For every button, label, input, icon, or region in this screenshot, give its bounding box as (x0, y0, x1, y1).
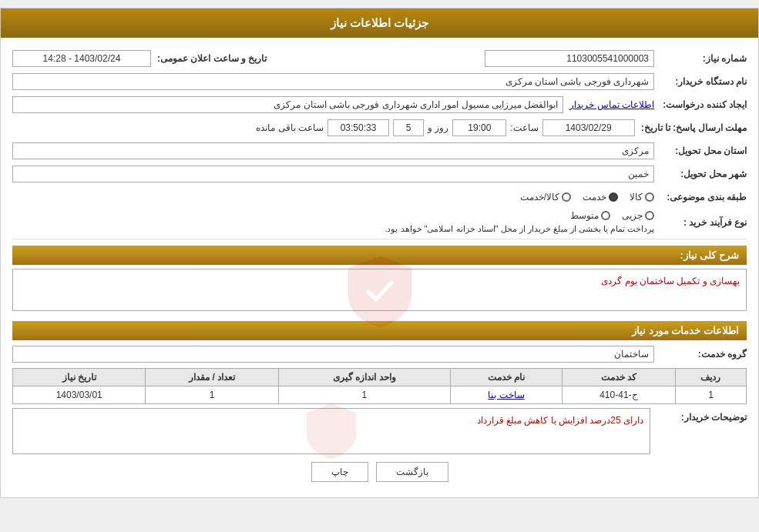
city-row: شهر محل تحویل: خمین (12, 164, 747, 184)
service-group-value: ساختمان (12, 346, 654, 363)
response-days-label: روز و (428, 122, 448, 133)
service-group-row: گروه خدمت: ساختمان (12, 344, 747, 364)
creator-value: ابوالفضل میرزایی مسیول امور اداری شهردار… (12, 96, 563, 113)
contact-link[interactable]: اطلاعات تماس خریدار (569, 99, 654, 110)
response-time: 19:00 (452, 119, 506, 136)
buyer-notes-label: توضیحات خریدار: (654, 408, 747, 423)
city-value: خمین (12, 166, 654, 182)
main-content: شماره نیاز: 1103005541000003 تاریخ و ساع… (1, 38, 758, 497)
creator-label: ایجاد کننده درخواست: (654, 99, 747, 110)
creator-row: ایجاد کننده درخواست: اطلاعات تماس خریدار… (12, 95, 747, 115)
category-option-kala-khedmat[interactable]: کالا/خدمت (520, 192, 571, 202)
page-wrapper: جزئیات اطلاعات نیاز شماره نیاز: 11030055… (0, 8, 759, 498)
divider-1 (12, 239, 747, 239)
general-desc-block: بهسازی و تکمیل ساختمان بوم گردی (12, 269, 747, 315)
purchase-option-motavassed[interactable]: متوسط (570, 210, 610, 221)
category-label: طبقه بندی موضوعی: (654, 192, 747, 202)
radio-kala-khedmat (562, 192, 571, 202)
response-time-label: ساعت: (510, 122, 538, 133)
category-options: کالا خدمت کالا/خدمت (520, 192, 654, 202)
cell-row-0: 1 (675, 386, 746, 404)
radio-khedmat (609, 192, 618, 202)
purchase-type-row: نوع فرآیند خرید : جزیی متوسط پرداخت تمام… (12, 210, 747, 234)
response-deadline-label: مهلت ارسال پاسخ: تا تاریخ: (635, 122, 747, 133)
col-header-date: تاریخ نیاز (13, 369, 146, 386)
need-number-value: 1103005541000003 (485, 50, 654, 67)
buyer-org-label: نام دستگاه خریدار: (654, 76, 747, 87)
purchase-note: پرداخت تمام یا بخشی از مبلغ خریدار از مح… (12, 224, 654, 234)
col-header-name: نام خدمت (451, 369, 563, 386)
response-days: 5 (393, 119, 424, 136)
announcement-value: 1403/02/24 - 14:28 (12, 50, 151, 67)
response-remaining: 03:50:33 (327, 119, 389, 136)
category-row: طبقه بندی موضوعی: کالا خدمت کالا/خدمت (12, 187, 747, 207)
col-header-unit: واحد اندازه گیری (278, 369, 450, 386)
response-remaining-label: ساعت باقی مانده (256, 122, 324, 133)
print-button[interactable]: چاپ (311, 462, 368, 482)
buyer-org-value: شهرداری فورجی باشی استان مرکزی (12, 73, 654, 90)
general-desc-label: شرح کلی نیاز: (680, 249, 739, 261)
cell-date-0: 1403/03/01 (13, 386, 146, 404)
radio-motavassed (601, 211, 610, 220)
response-date: 1403/02/29 (542, 119, 635, 136)
services-table: ردیف کد خدمت نام خدمت واحد اندازه گیری ت… (12, 368, 747, 404)
radio-jozii (645, 211, 654, 220)
cell-code-0: ج-41-410 (562, 386, 675, 404)
city-label: شهر محل تحویل: (654, 169, 747, 179)
services-title: اطلاعات خدمات مورد نیاز (632, 325, 739, 336)
cell-quantity-0: 1 (146, 386, 278, 404)
province-label: استان محل تحویل: (654, 146, 747, 156)
purchase-option-jozii[interactable]: جزیی (622, 210, 654, 221)
need-number-label: شماره نیاز: (654, 53, 747, 64)
watermark-logo-2 (301, 400, 362, 462)
service-group-label: گروه خدمت: (654, 349, 747, 360)
watermark-logo (341, 253, 418, 330)
announcement-label: تاریخ و ساعت اعلان عمومی: (151, 53, 267, 64)
radio-kala (645, 192, 654, 202)
announcement-row: شماره نیاز: 1103005541000003 تاریخ و ساع… (12, 49, 747, 69)
page-title: جزئیات اطلاعات نیاز (331, 16, 428, 29)
category-option-khedmat[interactable]: خدمت (583, 192, 618, 202)
buyer-notes-row: توضیحات خریدار: دارای 25درصد افزایش یا ک… (12, 408, 747, 454)
province-row: استان محل تحویل: مرکزی (12, 141, 747, 161)
table-row: 1 ج-41-410 ساخت بنا 1 1 1403/03/01 (13, 386, 747, 404)
province-value: مرکزی (12, 142, 654, 159)
col-header-row: ردیف (675, 369, 746, 386)
buttons-row: بازگشت چاپ (12, 462, 747, 482)
col-header-code: کد خدمت (562, 369, 675, 386)
col-header-quantity: تعداد / مقدار (146, 369, 278, 386)
buyer-org-row: نام دستگاه خریدار: شهرداری فورجی باشی اس… (12, 72, 747, 92)
response-deadline-row: مهلت ارسال پاسخ: تا تاریخ: 1403/02/29 سا… (12, 118, 747, 138)
purchase-options: جزیی متوسط (12, 210, 654, 221)
category-option-kala[interactable]: کالا (630, 192, 654, 202)
purchase-type-label: نوع فرآیند خرید : (654, 217, 747, 228)
page-header: جزئیات اطلاعات نیاز (1, 8, 758, 38)
cell-name-0[interactable]: ساخت بنا (451, 386, 563, 404)
back-button[interactable]: بازگشت (376, 462, 448, 482)
